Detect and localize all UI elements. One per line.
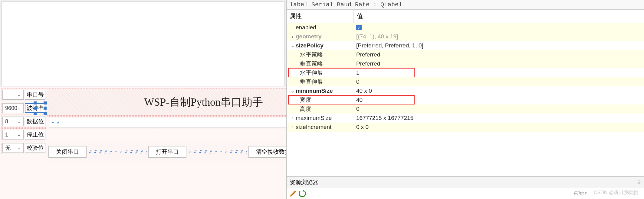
open-port-button[interactable]: 打开串口 — [148, 146, 186, 158]
chevron-down-icon[interactable]: ⌄ — [290, 43, 296, 48]
prop-name: 宽度 — [300, 96, 311, 104]
databits-row: 8 ⌄ 数据位 — [2, 115, 46, 128]
prop-name: geometry — [296, 33, 322, 40]
resource-browser-title: 资源浏览器 — [290, 178, 318, 186]
prop-name: 水平策略 — [300, 51, 323, 59]
prop-value: [(74, 1), 40 x 19] — [354, 33, 644, 40]
prop-value[interactable]: 0 — [354, 79, 644, 85]
prop-name: sizeIncrement — [296, 124, 331, 130]
stopbits-combo[interactable]: 1 ⌄ — [2, 130, 24, 140]
selection-handle[interactable] — [34, 112, 37, 115]
property-header: 属性 值 — [287, 10, 644, 23]
prop-name: maximumSize — [296, 115, 332, 121]
parity-value: 无 — [5, 144, 11, 152]
spacer-icon: ⫽⫽ — [51, 120, 61, 125]
prop-maxsize[interactable]: ›maximumSize 16777215 x 16777215 — [287, 114, 644, 123]
chevron-down-icon: ⌄ — [17, 92, 21, 97]
parity-label: 校验位 — [25, 143, 45, 153]
object-label: label_Serial_Baud_Rate : QLabel — [287, 0, 644, 10]
resource-toolbar: Filter — [287, 188, 644, 199]
baudrate-value: 9600 — [5, 105, 17, 111]
prop-vstretch[interactable]: 垂直伸展 0 — [287, 77, 644, 86]
prop-name: sizePolicy — [296, 42, 324, 49]
prop-vpolicy[interactable]: 垂直策略 Preferred — [287, 59, 644, 68]
prop-name: minimumSize — [296, 88, 333, 94]
databits-label: 数据位 — [25, 117, 45, 126]
prop-name: 高度 — [300, 105, 311, 113]
comport-row: ⌄ 串口号 — [2, 88, 46, 101]
parity-row: 无 ⌄ 校验位 — [2, 142, 46, 154]
baudrate-row: 9600 ⌄ 波特率 — [2, 102, 46, 114]
prop-name: 垂直策略 — [300, 60, 323, 68]
prop-minsize[interactable]: ⌄minimumSize 40 x 0 — [287, 86, 644, 95]
chevron-down-icon: ⌄ — [17, 132, 21, 137]
resource-browser-header[interactable]: 资源浏览器 🗗 — [287, 176, 644, 188]
selection-handle[interactable] — [34, 107, 37, 110]
header-property: 属性 — [287, 10, 354, 23]
prop-value: 40 x 0 — [354, 88, 644, 94]
checkbox-checked-icon[interactable]: ✓ — [356, 25, 362, 30]
prop-hstretch[interactable]: 水平伸展 1 — [287, 68, 644, 77]
prop-value: 0 x 0 — [354, 124, 644, 130]
chevron-right-icon[interactable]: › — [290, 125, 296, 130]
parity-combo[interactable]: 无 ⌄ — [2, 143, 24, 153]
horizontal-spacer: ⫽⫽⫽⫽⫽⫽⫽⫽⫽⫽⫽⫽⫽⫽⫽⫽⫽⫽⫽⫽⫽⫽ — [188, 149, 247, 155]
databits-value: 8 — [5, 118, 8, 125]
prop-value[interactable]: Preferred — [354, 60, 644, 67]
prop-value[interactable]: 40 — [354, 97, 644, 103]
app-title: WSP-自制Python串口助手 — [144, 95, 263, 109]
comport-combo[interactable]: ⌄ — [2, 90, 24, 100]
horizontal-spacer: ⫽⫽⫽⫽⫽⫽⫽⫽⫽⫽⫽⫽⫽⫽⫽⫽⫽⫽⫽⫽⫽⫽ — [88, 149, 147, 155]
databits-combo[interactable]: 8 ⌄ — [2, 117, 24, 126]
prop-value: [Preferred, Preferred, 1, 0] — [354, 42, 644, 49]
edit-icon[interactable] — [290, 190, 296, 197]
stopbits-label: 停止位 — [25, 130, 45, 140]
chevron-right-icon[interactable]: › — [290, 116, 296, 120]
prop-value[interactable]: Preferred — [354, 51, 644, 58]
prop-name: 水平伸展 — [300, 69, 323, 77]
designer-canvas-pane: ⌄ 串口号 9600 ⌄ 波特率 8 — [0, 0, 286, 199]
selection-handle[interactable] — [44, 107, 47, 110]
comport-label: 串口号 — [25, 90, 45, 100]
property-inspector-pane: label_Serial_Baud_Rate : QLabel 属性 值 ena… — [286, 0, 644, 199]
property-table: 属性 值 enabled ✓ ›geometry [(74, 1), 40 x … — [287, 10, 644, 176]
close-port-button[interactable]: 关闭串口 — [48, 146, 87, 158]
chevron-down-icon: ⌄ — [17, 106, 21, 111]
prop-enabled[interactable]: enabled ✓ — [287, 23, 644, 32]
watermark: CSDN @请叫我啸鹏 — [594, 190, 638, 196]
prop-value[interactable]: 1 — [354, 69, 644, 76]
selection-handle[interactable] — [44, 112, 47, 115]
selection-handle[interactable] — [44, 101, 47, 104]
prop-value: 16777215 x 16777215 — [354, 115, 644, 121]
empty-canvas — [2, 2, 285, 86]
chevron-down-icon[interactable]: ⌄ — [290, 88, 296, 93]
prop-sizeinc[interactable]: ›sizeIncrement 0 x 0 — [287, 123, 644, 132]
prop-value[interactable]: 0 — [354, 106, 644, 112]
chevron-right-icon[interactable]: › — [290, 34, 296, 39]
stopbits-row: 1 ⌄ 停止位 — [2, 128, 46, 141]
prop-name: 垂直伸展 — [300, 78, 323, 86]
prop-width[interactable]: 宽度 40 — [287, 95, 644, 104]
reload-icon[interactable] — [299, 190, 306, 197]
form-layout-area: ⌄ 串口号 9600 ⌄ 波特率 8 — [0, 87, 286, 199]
prop-hpolicy[interactable]: 水平策略 Preferred — [287, 50, 644, 59]
stopbits-value: 1 — [5, 132, 8, 138]
prop-height[interactable]: 高度 0 — [287, 104, 644, 114]
dock-icon[interactable]: 🗗 — [637, 180, 641, 185]
form-left-column: ⌄ 串口号 9600 ⌄ 波特率 8 — [2, 88, 46, 197]
prop-name: enabled — [296, 24, 316, 31]
header-value: 值 — [354, 10, 644, 23]
prop-geometry[interactable]: ›geometry [(74, 1), 40 x 19] — [287, 32, 644, 41]
selection-handle[interactable] — [34, 101, 37, 104]
chevron-down-icon: ⌄ — [17, 119, 21, 124]
prop-sizepolicy[interactable]: ⌄sizePolicy [Preferred, Preferred, 1, 0] — [287, 41, 644, 50]
baudrate-combo[interactable]: 9600 ⌄ — [2, 103, 24, 113]
chevron-down-icon: ⌄ — [17, 146, 21, 150]
